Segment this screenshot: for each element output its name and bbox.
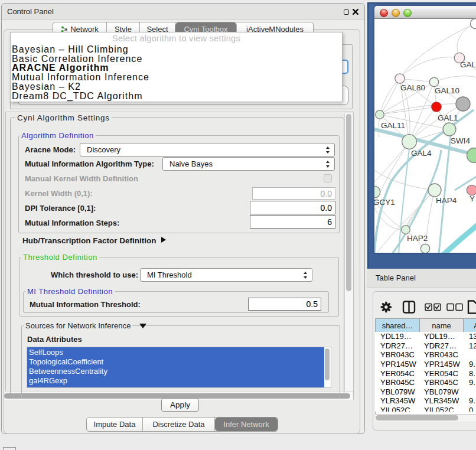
svg-text:SWI4: SWI4 — [451, 136, 470, 145]
svg-text:GAL4: GAL4 — [411, 149, 432, 158]
svg-text:GAL10: GAL10 — [435, 86, 459, 95]
svg-text:GAL7: GAL7 — [460, 60, 476, 69]
svg-text:HAP2: HAP2 — [407, 234, 428, 243]
svg-text:Y: Y — [470, 194, 475, 203]
svg-text:GAL1: GAL1 — [438, 113, 458, 122]
svg-text:GCY1: GCY1 — [374, 198, 395, 207]
svg-text:HAP4: HAP4 — [436, 196, 457, 205]
svg-text:GAL11: GAL11 — [381, 121, 405, 130]
svg-text:GAL80: GAL80 — [400, 83, 425, 92]
